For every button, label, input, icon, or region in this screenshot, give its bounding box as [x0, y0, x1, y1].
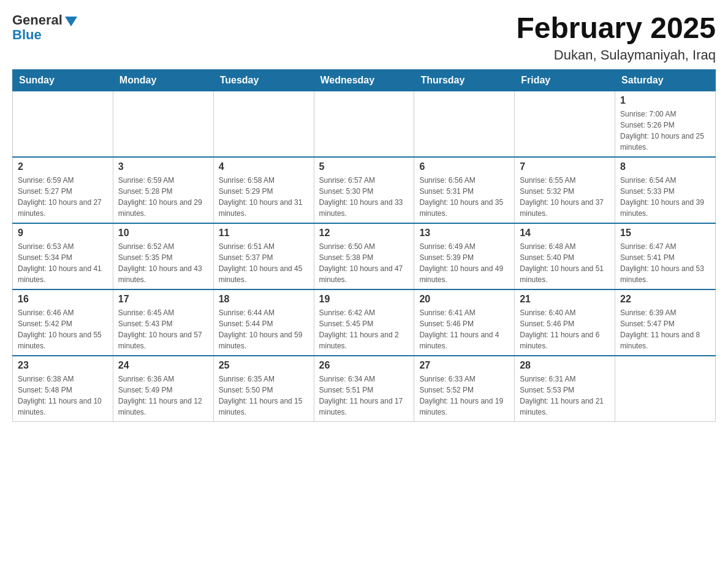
day-number: 14 — [520, 228, 610, 239]
calendar-cell: 28Sunrise: 6:31 AMSunset: 5:53 PMDayligh… — [515, 356, 615, 422]
calendar-cell: 7Sunrise: 6:55 AMSunset: 5:32 PMDaylight… — [515, 157, 615, 223]
day-info: Sunrise: 6:38 AMSunset: 5:48 PMDaylight:… — [18, 373, 108, 418]
day-info: Sunrise: 6:51 AMSunset: 5:37 PMDaylight:… — [219, 241, 309, 285]
day-info: Sunrise: 6:59 AMSunset: 5:28 PMDaylight:… — [118, 175, 208, 219]
calendar-cell: 10Sunrise: 6:52 AMSunset: 5:35 PMDayligh… — [113, 223, 213, 289]
day-number: 19 — [319, 294, 409, 305]
calendar-cell: 11Sunrise: 6:51 AMSunset: 5:37 PMDayligh… — [213, 223, 314, 289]
calendar-cell: 27Sunrise: 6:33 AMSunset: 5:52 PMDayligh… — [414, 356, 515, 422]
day-number: 26 — [319, 360, 409, 371]
logo-arrow-icon — [65, 17, 77, 26]
calendar-cell: 1Sunrise: 7:00 AMSunset: 5:26 PMDaylight… — [615, 91, 716, 157]
column-header-thursday: Thursday — [414, 69, 515, 91]
day-number: 2 — [18, 161, 108, 172]
day-number: 20 — [419, 294, 509, 305]
calendar-cell: 20Sunrise: 6:41 AMSunset: 5:46 PMDayligh… — [414, 289, 515, 356]
calendar-cell — [414, 91, 515, 157]
logo: General Blue — [12, 12, 77, 43]
calendar-cell: 23Sunrise: 6:38 AMSunset: 5:48 PMDayligh… — [13, 356, 113, 422]
calendar-cell: 4Sunrise: 6:58 AMSunset: 5:29 PMDaylight… — [213, 157, 314, 223]
day-number: 21 — [520, 294, 610, 305]
calendar-cell: 25Sunrise: 6:35 AMSunset: 5:50 PMDayligh… — [213, 356, 314, 422]
calendar-table: SundayMondayTuesdayWednesdayThursdayFrid… — [12, 69, 716, 422]
calendar-cell — [113, 91, 213, 157]
calendar-cell — [213, 91, 314, 157]
calendar-cell: 9Sunrise: 6:53 AMSunset: 5:34 PMDaylight… — [13, 223, 113, 289]
calendar-cell: 6Sunrise: 6:56 AMSunset: 5:31 PMDaylight… — [414, 157, 515, 223]
calendar-week-row: 16Sunrise: 6:46 AMSunset: 5:42 PMDayligh… — [13, 289, 716, 356]
day-info: Sunrise: 6:47 AMSunset: 5:41 PMDaylight:… — [620, 241, 710, 285]
day-info: Sunrise: 6:58 AMSunset: 5:29 PMDaylight:… — [219, 175, 309, 219]
day-number: 10 — [118, 228, 208, 239]
day-number: 27 — [419, 360, 509, 371]
day-info: Sunrise: 6:41 AMSunset: 5:46 PMDaylight:… — [419, 307, 509, 351]
calendar-cell: 19Sunrise: 6:42 AMSunset: 5:45 PMDayligh… — [314, 289, 414, 356]
calendar-header-row: SundayMondayTuesdayWednesdayThursdayFrid… — [13, 69, 716, 91]
calendar-cell: 16Sunrise: 6:46 AMSunset: 5:42 PMDayligh… — [13, 289, 113, 356]
day-info: Sunrise: 6:45 AMSunset: 5:43 PMDaylight:… — [118, 307, 208, 351]
day-number: 3 — [118, 161, 208, 172]
day-number: 7 — [520, 161, 610, 172]
column-header-saturday: Saturday — [615, 69, 716, 91]
calendar-cell: 13Sunrise: 6:49 AMSunset: 5:39 PMDayligh… — [414, 223, 515, 289]
day-number: 5 — [319, 161, 409, 172]
day-info: Sunrise: 6:55 AMSunset: 5:32 PMDaylight:… — [520, 175, 610, 219]
day-info: Sunrise: 7:00 AMSunset: 5:26 PMDaylight:… — [620, 109, 710, 153]
day-info: Sunrise: 6:40 AMSunset: 5:46 PMDaylight:… — [520, 307, 610, 351]
logo-general-text: General — [12, 12, 63, 28]
calendar-week-row: 2Sunrise: 6:59 AMSunset: 5:27 PMDaylight… — [13, 157, 716, 223]
calendar-cell: 26Sunrise: 6:34 AMSunset: 5:51 PMDayligh… — [314, 356, 414, 422]
day-info: Sunrise: 6:34 AMSunset: 5:51 PMDaylight:… — [319, 373, 409, 418]
day-info: Sunrise: 6:54 AMSunset: 5:33 PMDaylight:… — [620, 175, 710, 219]
day-number: 15 — [620, 228, 710, 239]
calendar-subtitle: Dukan, Sulaymaniyah, Iraq — [516, 47, 716, 63]
calendar-cell: 15Sunrise: 6:47 AMSunset: 5:41 PMDayligh… — [615, 223, 716, 289]
day-number: 17 — [118, 294, 208, 305]
day-number: 12 — [319, 228, 409, 239]
calendar-cell: 3Sunrise: 6:59 AMSunset: 5:28 PMDaylight… — [113, 157, 213, 223]
day-number: 13 — [419, 228, 509, 239]
day-number: 25 — [219, 360, 309, 371]
calendar-cell: 14Sunrise: 6:48 AMSunset: 5:40 PMDayligh… — [515, 223, 615, 289]
day-number: 8 — [620, 161, 710, 172]
page-header: General Blue February 2025 Dukan, Sulaym… — [12, 12, 716, 63]
day-number: 24 — [118, 360, 208, 371]
column-header-wednesday: Wednesday — [314, 69, 414, 91]
day-number: 28 — [520, 360, 610, 371]
column-header-sunday: Sunday — [13, 69, 113, 91]
calendar-cell — [314, 91, 414, 157]
column-header-friday: Friday — [515, 69, 615, 91]
day-number: 22 — [620, 294, 710, 305]
calendar-cell: 5Sunrise: 6:57 AMSunset: 5:30 PMDaylight… — [314, 157, 414, 223]
calendar-week-row: 1Sunrise: 7:00 AMSunset: 5:26 PMDaylight… — [13, 91, 716, 157]
day-info: Sunrise: 6:42 AMSunset: 5:45 PMDaylight:… — [319, 307, 409, 351]
day-info: Sunrise: 6:46 AMSunset: 5:42 PMDaylight:… — [18, 307, 108, 351]
day-info: Sunrise: 6:57 AMSunset: 5:30 PMDaylight:… — [319, 175, 409, 219]
day-number: 16 — [18, 294, 108, 305]
day-info: Sunrise: 6:35 AMSunset: 5:50 PMDaylight:… — [219, 373, 309, 418]
day-number: 11 — [219, 228, 309, 239]
day-info: Sunrise: 6:59 AMSunset: 5:27 PMDaylight:… — [18, 175, 108, 219]
calendar-cell: 8Sunrise: 6:54 AMSunset: 5:33 PMDaylight… — [615, 157, 716, 223]
calendar-cell: 2Sunrise: 6:59 AMSunset: 5:27 PMDaylight… — [13, 157, 113, 223]
day-info: Sunrise: 6:36 AMSunset: 5:49 PMDaylight:… — [118, 373, 208, 418]
day-number: 9 — [18, 228, 108, 239]
day-info: Sunrise: 6:31 AMSunset: 5:53 PMDaylight:… — [520, 373, 610, 418]
title-block: February 2025 Dukan, Sulaymaniyah, Iraq — [516, 12, 716, 63]
day-info: Sunrise: 6:39 AMSunset: 5:47 PMDaylight:… — [620, 307, 710, 351]
calendar-cell: 21Sunrise: 6:40 AMSunset: 5:46 PMDayligh… — [515, 289, 615, 356]
day-number: 23 — [18, 360, 108, 371]
calendar-cell: 24Sunrise: 6:36 AMSunset: 5:49 PMDayligh… — [113, 356, 213, 422]
day-info: Sunrise: 6:48 AMSunset: 5:40 PMDaylight:… — [520, 241, 610, 285]
calendar-week-row: 23Sunrise: 6:38 AMSunset: 5:48 PMDayligh… — [13, 356, 716, 422]
logo-blue-text: Blue — [12, 27, 42, 43]
day-info: Sunrise: 6:53 AMSunset: 5:34 PMDaylight:… — [18, 241, 108, 285]
calendar-title: February 2025 — [516, 12, 716, 45]
calendar-cell: 18Sunrise: 6:44 AMSunset: 5:44 PMDayligh… — [213, 289, 314, 356]
day-info: Sunrise: 6:50 AMSunset: 5:38 PMDaylight:… — [319, 241, 409, 285]
day-number: 4 — [219, 161, 309, 172]
calendar-cell — [515, 91, 615, 157]
column-header-tuesday: Tuesday — [213, 69, 314, 91]
day-info: Sunrise: 6:49 AMSunset: 5:39 PMDaylight:… — [419, 241, 509, 285]
calendar-cell — [13, 91, 113, 157]
